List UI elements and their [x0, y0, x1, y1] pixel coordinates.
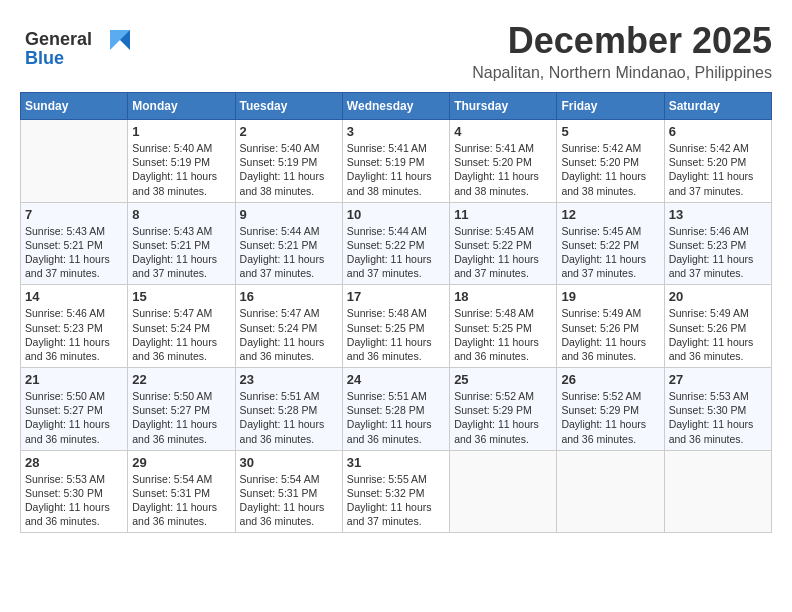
day-info: Sunrise: 5:51 AMSunset: 5:28 PMDaylight:… — [240, 389, 338, 446]
day-info: Sunrise: 5:49 AMSunset: 5:26 PMDaylight:… — [561, 306, 659, 363]
calendar-cell: 29Sunrise: 5:54 AMSunset: 5:31 PMDayligh… — [128, 450, 235, 533]
calendar-cell: 20Sunrise: 5:49 AMSunset: 5:26 PMDayligh… — [664, 285, 771, 368]
calendar-week-row: 21Sunrise: 5:50 AMSunset: 5:27 PMDayligh… — [21, 368, 772, 451]
day-info: Sunrise: 5:41 AMSunset: 5:19 PMDaylight:… — [347, 141, 445, 198]
calendar-cell: 11Sunrise: 5:45 AMSunset: 5:22 PMDayligh… — [450, 202, 557, 285]
calendar-cell: 24Sunrise: 5:51 AMSunset: 5:28 PMDayligh… — [342, 368, 449, 451]
day-info: Sunrise: 5:55 AMSunset: 5:32 PMDaylight:… — [347, 472, 445, 529]
header: General Blue December 2025 Napalitan, No… — [20, 20, 772, 82]
day-info: Sunrise: 5:47 AMSunset: 5:24 PMDaylight:… — [240, 306, 338, 363]
day-info: Sunrise: 5:43 AMSunset: 5:21 PMDaylight:… — [25, 224, 123, 281]
day-info: Sunrise: 5:53 AMSunset: 5:30 PMDaylight:… — [25, 472, 123, 529]
calendar-week-row: 1Sunrise: 5:40 AMSunset: 5:19 PMDaylight… — [21, 120, 772, 203]
calendar-cell: 16Sunrise: 5:47 AMSunset: 5:24 PMDayligh… — [235, 285, 342, 368]
day-number: 13 — [669, 207, 767, 222]
day-number: 17 — [347, 289, 445, 304]
calendar-cell: 10Sunrise: 5:44 AMSunset: 5:22 PMDayligh… — [342, 202, 449, 285]
day-number: 10 — [347, 207, 445, 222]
calendar-cell: 25Sunrise: 5:52 AMSunset: 5:29 PMDayligh… — [450, 368, 557, 451]
day-number: 11 — [454, 207, 552, 222]
day-info: Sunrise: 5:45 AMSunset: 5:22 PMDaylight:… — [561, 224, 659, 281]
day-number: 22 — [132, 372, 230, 387]
day-number: 5 — [561, 124, 659, 139]
day-info: Sunrise: 5:54 AMSunset: 5:31 PMDaylight:… — [240, 472, 338, 529]
svg-text:General: General — [25, 29, 92, 49]
calendar-cell: 19Sunrise: 5:49 AMSunset: 5:26 PMDayligh… — [557, 285, 664, 368]
calendar-cell: 5Sunrise: 5:42 AMSunset: 5:20 PMDaylight… — [557, 120, 664, 203]
calendar-cell: 21Sunrise: 5:50 AMSunset: 5:27 PMDayligh… — [21, 368, 128, 451]
day-number: 8 — [132, 207, 230, 222]
day-info: Sunrise: 5:50 AMSunset: 5:27 PMDaylight:… — [25, 389, 123, 446]
logo: General Blue — [20, 20, 130, 70]
calendar-cell: 1Sunrise: 5:40 AMSunset: 5:19 PMDaylight… — [128, 120, 235, 203]
day-number: 14 — [25, 289, 123, 304]
day-number: 15 — [132, 289, 230, 304]
calendar-week-row: 7Sunrise: 5:43 AMSunset: 5:21 PMDaylight… — [21, 202, 772, 285]
day-info: Sunrise: 5:48 AMSunset: 5:25 PMDaylight:… — [347, 306, 445, 363]
day-number: 7 — [25, 207, 123, 222]
day-number: 6 — [669, 124, 767, 139]
day-info: Sunrise: 5:52 AMSunset: 5:29 PMDaylight:… — [561, 389, 659, 446]
day-info: Sunrise: 5:52 AMSunset: 5:29 PMDaylight:… — [454, 389, 552, 446]
calendar-cell: 17Sunrise: 5:48 AMSunset: 5:25 PMDayligh… — [342, 285, 449, 368]
day-info: Sunrise: 5:44 AMSunset: 5:21 PMDaylight:… — [240, 224, 338, 281]
calendar-cell: 6Sunrise: 5:42 AMSunset: 5:20 PMDaylight… — [664, 120, 771, 203]
calendar-cell — [557, 450, 664, 533]
day-info: Sunrise: 5:42 AMSunset: 5:20 PMDaylight:… — [669, 141, 767, 198]
day-info: Sunrise: 5:48 AMSunset: 5:25 PMDaylight:… — [454, 306, 552, 363]
title-area: December 2025 Napalitan, Northern Mindan… — [472, 20, 772, 82]
weekday-header: Monday — [128, 93, 235, 120]
day-info: Sunrise: 5:41 AMSunset: 5:20 PMDaylight:… — [454, 141, 552, 198]
day-info: Sunrise: 5:49 AMSunset: 5:26 PMDaylight:… — [669, 306, 767, 363]
calendar-cell: 31Sunrise: 5:55 AMSunset: 5:32 PMDayligh… — [342, 450, 449, 533]
weekday-header: Wednesday — [342, 93, 449, 120]
day-info: Sunrise: 5:46 AMSunset: 5:23 PMDaylight:… — [25, 306, 123, 363]
day-info: Sunrise: 5:45 AMSunset: 5:22 PMDaylight:… — [454, 224, 552, 281]
weekday-header: Thursday — [450, 93, 557, 120]
calendar-cell: 22Sunrise: 5:50 AMSunset: 5:27 PMDayligh… — [128, 368, 235, 451]
weekday-header: Friday — [557, 93, 664, 120]
day-info: Sunrise: 5:46 AMSunset: 5:23 PMDaylight:… — [669, 224, 767, 281]
day-info: Sunrise: 5:53 AMSunset: 5:30 PMDaylight:… — [669, 389, 767, 446]
day-info: Sunrise: 5:54 AMSunset: 5:31 PMDaylight:… — [132, 472, 230, 529]
day-number: 3 — [347, 124, 445, 139]
calendar-cell: 15Sunrise: 5:47 AMSunset: 5:24 PMDayligh… — [128, 285, 235, 368]
calendar-cell: 9Sunrise: 5:44 AMSunset: 5:21 PMDaylight… — [235, 202, 342, 285]
day-number: 28 — [25, 455, 123, 470]
day-number: 2 — [240, 124, 338, 139]
calendar-cell: 23Sunrise: 5:51 AMSunset: 5:28 PMDayligh… — [235, 368, 342, 451]
calendar-cell: 26Sunrise: 5:52 AMSunset: 5:29 PMDayligh… — [557, 368, 664, 451]
month-year-title: December 2025 — [472, 20, 772, 62]
day-number: 24 — [347, 372, 445, 387]
location-subtitle: Napalitan, Northern Mindanao, Philippine… — [472, 64, 772, 82]
day-number: 30 — [240, 455, 338, 470]
day-info: Sunrise: 5:50 AMSunset: 5:27 PMDaylight:… — [132, 389, 230, 446]
day-info: Sunrise: 5:40 AMSunset: 5:19 PMDaylight:… — [240, 141, 338, 198]
day-number: 4 — [454, 124, 552, 139]
day-number: 31 — [347, 455, 445, 470]
weekday-header: Saturday — [664, 93, 771, 120]
logo-icon: General Blue — [20, 20, 130, 70]
day-number: 12 — [561, 207, 659, 222]
calendar-cell: 4Sunrise: 5:41 AMSunset: 5:20 PMDaylight… — [450, 120, 557, 203]
calendar-cell: 2Sunrise: 5:40 AMSunset: 5:19 PMDaylight… — [235, 120, 342, 203]
calendar-cell: 13Sunrise: 5:46 AMSunset: 5:23 PMDayligh… — [664, 202, 771, 285]
calendar-cell: 28Sunrise: 5:53 AMSunset: 5:30 PMDayligh… — [21, 450, 128, 533]
calendar-cell — [21, 120, 128, 203]
calendar-cell: 30Sunrise: 5:54 AMSunset: 5:31 PMDayligh… — [235, 450, 342, 533]
calendar-week-row: 14Sunrise: 5:46 AMSunset: 5:23 PMDayligh… — [21, 285, 772, 368]
day-number: 21 — [25, 372, 123, 387]
day-info: Sunrise: 5:42 AMSunset: 5:20 PMDaylight:… — [561, 141, 659, 198]
day-info: Sunrise: 5:47 AMSunset: 5:24 PMDaylight:… — [132, 306, 230, 363]
day-info: Sunrise: 5:44 AMSunset: 5:22 PMDaylight:… — [347, 224, 445, 281]
day-number: 1 — [132, 124, 230, 139]
calendar-cell: 14Sunrise: 5:46 AMSunset: 5:23 PMDayligh… — [21, 285, 128, 368]
day-number: 18 — [454, 289, 552, 304]
day-number: 9 — [240, 207, 338, 222]
day-info: Sunrise: 5:40 AMSunset: 5:19 PMDaylight:… — [132, 141, 230, 198]
calendar-cell: 12Sunrise: 5:45 AMSunset: 5:22 PMDayligh… — [557, 202, 664, 285]
day-number: 27 — [669, 372, 767, 387]
day-info: Sunrise: 5:43 AMSunset: 5:21 PMDaylight:… — [132, 224, 230, 281]
day-number: 26 — [561, 372, 659, 387]
day-number: 20 — [669, 289, 767, 304]
